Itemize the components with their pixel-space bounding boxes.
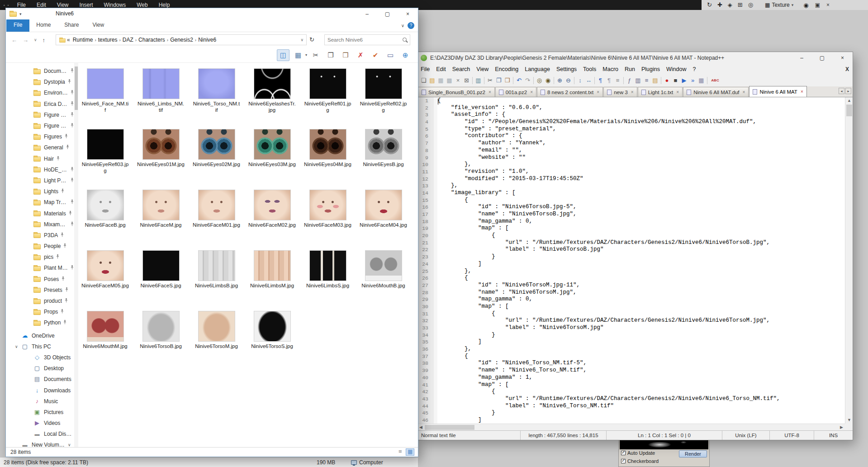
encoding-text[interactable]: UTF-8 [770, 431, 814, 440]
sidebar-item-3d-objects[interactable]: ◇3D Objects [6, 352, 74, 363]
file-item[interactable]: Ninive6_Face_NM.tif [77, 68, 133, 129]
explorer-titlebar[interactable]: ▾ Ninive6 –▢× [6, 8, 418, 19]
close-file-icon[interactable]: × [454, 76, 462, 85]
notepad-menu-plugins[interactable]: Plugins [638, 66, 663, 72]
file-item[interactable]: Ninive6Eyes01M.jpg [133, 129, 189, 190]
insert-mode-text[interactable]: INS [814, 431, 853, 440]
file-item[interactable]: Ninive6TorsoS.jpg [244, 311, 300, 372]
ribbon-tab-share[interactable]: Share [57, 19, 85, 32]
sidebar-item-desktop[interactable]: ▢Desktop [6, 363, 74, 374]
pane-icon[interactable]: ▣ [815, 2, 820, 8]
word-wrap-icon[interactable]: ¶ [596, 76, 605, 85]
recent-locations-chevron-icon[interactable]: ∨ [34, 38, 37, 42]
file-item[interactable]: Ninive6_Limbs_NM.tif [133, 68, 189, 129]
notepad-menu-[interactable]: ? [689, 66, 699, 72]
redo-icon[interactable]: ↷ [523, 76, 532, 85]
sidebar-item-onedrive[interactable]: ☁OneDrive [6, 330, 74, 341]
menubar-item-help[interactable]: Help [159, 2, 170, 8]
sidebar-item-mixamo-bvh[interactable]: Mixamo BVH [6, 219, 74, 230]
notepad-menu-encoding[interactable]: Encoding [492, 66, 522, 72]
save-macro-icon[interactable]: ▦ [697, 76, 706, 85]
sidebar-item-erica-d-form[interactable]: Erica D-Form [6, 99, 74, 110]
cut-icon[interactable]: ✂ [309, 49, 322, 61]
file-item[interactable]: Ninive6LimbsS.jpg [300, 250, 356, 311]
sidebar-item-pics[interactable]: pics [6, 252, 74, 262]
notepad-titlebar[interactable]: E:\DAZ3D\My DAZ 3D Library\People\Genesi… [417, 52, 853, 64]
sync-vertical-icon[interactable]: ↕ [576, 76, 584, 85]
dolly-tool-icon[interactable]: ◈ [728, 0, 732, 10]
sidebar-item-documents[interactable]: ▤Documents [6, 374, 74, 385]
zoom-out-icon[interactable]: ⊖ [564, 76, 573, 85]
network-share-icon[interactable]: ⊕ [399, 49, 412, 61]
tab-close-icon[interactable]: × [801, 89, 803, 94]
document-tab-ninive-6-all-mat[interactable]: Ninive 6 All MAT× [749, 86, 806, 97]
cut-icon[interactable]: ✂ [486, 76, 494, 85]
editor-vertical-scrollbar[interactable]: ▲ ▼ [845, 97, 853, 424]
notepad-menu-view[interactable]: View [473, 66, 492, 72]
copy-icon[interactable]: ❐ [324, 49, 337, 61]
file-item[interactable]: Ninive6Eyes04M.jpg [300, 129, 356, 190]
back-icon[interactable]: ← [11, 37, 17, 43]
file-item[interactable]: Ninive6FaceM.jpg [133, 190, 189, 250]
search-icon[interactable] [402, 35, 410, 45]
document-tab-single-bonusb-001-pz2[interactable]: Single_BonusB_001.pz2× [418, 87, 495, 97]
preview-pane-icon[interactable]: ◫ [277, 49, 289, 61]
menubar-item-insert[interactable]: Insert [80, 2, 93, 8]
stop-macro-icon[interactable]: ■ [671, 76, 680, 85]
menubar-item-windows[interactable]: Windows [104, 2, 126, 8]
file-item[interactable]: Ninive6FaceM02.jpg [244, 190, 300, 250]
menubar-item-view[interactable]: View [57, 2, 69, 8]
file-item[interactable]: Ninive6MouthM.jpg [77, 311, 133, 372]
help-icon[interactable]: ? [408, 22, 414, 29]
menubar-item-web[interactable]: Web [137, 2, 147, 8]
tab-close-icon[interactable]: × [597, 90, 599, 95]
undo-icon[interactable]: ↶ [515, 76, 523, 85]
indent-guide-icon[interactable]: ≡ [613, 76, 622, 85]
file-item[interactable]: Ninive6EyesB.jpg [356, 129, 411, 190]
ribbon-tab-view[interactable]: View [85, 19, 111, 32]
eye-icon[interactable]: ◉ [803, 2, 808, 9]
spell-check-icon[interactable]: ABC [709, 76, 721, 85]
new-file-icon[interactable]: ❏ [419, 76, 428, 85]
sidebar-item-this-pc[interactable]: ∨▢This PC [6, 341, 74, 352]
code-editor[interactable]: 1{2 "file_version" : "0.6.0.0",3 "asset_… [417, 97, 845, 424]
record-macro-icon[interactable]: ● [663, 76, 671, 85]
sidebar-item-dystopia[interactable]: Dystopia [6, 76, 74, 87]
run-macro-multiple-icon[interactable]: » [688, 76, 697, 85]
sidebar-item-p3da[interactable]: P3DA [6, 230, 74, 241]
breadcrumb-item-characters[interactable]: Characters [137, 37, 167, 43]
save-all-icon[interactable]: ▩ [445, 76, 454, 85]
file-item[interactable]: Ninive6EyelashesTr.jpg [244, 68, 300, 129]
rename-icon[interactable]: ▭ [384, 49, 397, 61]
maximize-button[interactable]: ▢ [812, 52, 832, 64]
sidebar-item-general[interactable]: General [6, 142, 74, 153]
sidebar-item-videos[interactable]: ▶Videos [6, 418, 74, 429]
file-item[interactable]: Ninive6FaceM01.jpg [189, 190, 244, 250]
file-item[interactable]: Ninive6FaceM03.jpg [300, 190, 356, 250]
notepad-menu-window[interactable]: Window [663, 66, 689, 72]
quick-access-toolbar-chevron-icon[interactable]: ▾ [19, 12, 22, 16]
menubar-item-file[interactable]: File [17, 2, 26, 8]
delete-icon[interactable]: ✗ [354, 49, 367, 61]
sidebar-item-pictures[interactable]: ▣Pictures [6, 407, 74, 418]
search-input[interactable] [325, 37, 402, 43]
pane-close-icon[interactable]: × [826, 2, 830, 8]
notepad-menu-language[interactable]: Language [522, 66, 553, 72]
sidebar-item-map-transfer[interactable]: Map Transfer [6, 197, 74, 208]
folder-as-workspace-icon[interactable]: ▤ [651, 76, 659, 85]
search-box[interactable] [324, 34, 410, 45]
breadcrumb-item-runtime[interactable]: Runtime [71, 37, 95, 43]
close-button[interactable]: × [398, 8, 418, 19]
sidebar-item-poses[interactable]: Poses [6, 274, 74, 285]
breadcrumb-item-genesis2[interactable]: Genesis2 [168, 37, 195, 43]
minimize-button[interactable]: – [792, 52, 812, 64]
address-dropdown-icon[interactable]: ∨ [300, 38, 304, 42]
open-folder-icon[interactable]: ▤ [428, 76, 436, 85]
file-item[interactable]: Ninive6TorsoM.jpg [189, 311, 244, 372]
breadcrumb-item-daz[interactable]: DAZ [121, 37, 135, 43]
document-tab-new-3[interactable]: new 3× [603, 87, 637, 97]
breadcrumb-overflow-icon[interactable]: « [67, 37, 70, 43]
document-tab-light-1c-txt[interactable]: Light 1c.txt× [638, 87, 683, 97]
tab-close-icon[interactable]: × [489, 90, 491, 95]
tab-close-icon[interactable]: × [631, 90, 634, 95]
